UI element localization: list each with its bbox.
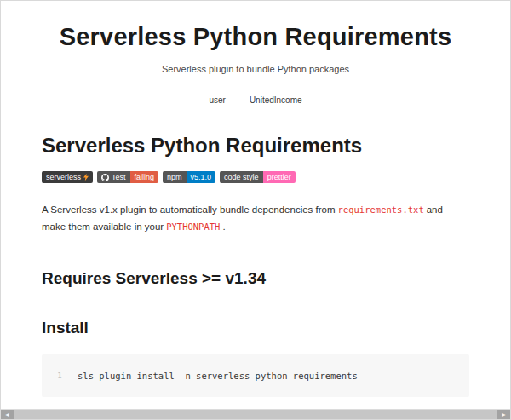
meta-org-link[interactable]: UnitedIncome xyxy=(250,95,302,105)
site-title: Serverless Python Requirements xyxy=(1,23,510,51)
scroll-left-button[interactable]: ◄ xyxy=(1,410,14,419)
serverless-badge-label: serverless xyxy=(46,173,81,181)
test-badge-label: Test xyxy=(112,173,126,181)
install-heading: Install xyxy=(42,319,469,337)
horizontal-scrollbar[interactable]: ◄ ► xyxy=(1,409,510,419)
meta-user-label: user xyxy=(209,95,225,105)
doc-header: Serverless Python Requirements Serverles… xyxy=(1,1,510,105)
scrollbar-thumb[interactable] xyxy=(14,410,497,419)
npm-badge-version: v5.1.0 xyxy=(187,171,216,183)
scroll-right-button[interactable]: ► xyxy=(497,410,510,419)
github-icon xyxy=(101,174,109,181)
inline-code-pythonpath: PYTHONPATH xyxy=(166,222,220,232)
prettier-badge-label: code style xyxy=(220,171,263,183)
test-status-badge[interactable]: Test failing xyxy=(97,171,158,183)
test-badge-status: failing xyxy=(130,171,159,183)
requires-heading: Requires Serverless >= v1.34 xyxy=(42,269,469,288)
prettier-badge[interactable]: code style prettier xyxy=(220,171,296,183)
install-command: sls plugin install -n serverless-python-… xyxy=(78,371,358,381)
npm-badge-label: npm xyxy=(163,171,187,183)
npm-version-badge[interactable]: npm v5.1.0 xyxy=(163,171,215,183)
lightning-icon xyxy=(83,173,89,181)
intro-text-1: A Serverless v1.x plugin to automaticall… xyxy=(42,204,336,215)
inline-code-requirements: requirements.txt xyxy=(338,204,424,215)
site-subtitle: Serverless plugin to bundle Python packa… xyxy=(1,64,510,74)
intro-paragraph: A Serverless v1.x plugin to automaticall… xyxy=(42,202,469,235)
readme-content: Serverless Python Requirements serverles… xyxy=(1,134,510,397)
line-number: 1 xyxy=(42,371,78,380)
page: Serverless Python Requirements Serverles… xyxy=(0,0,511,420)
prettier-badge-value: prettier xyxy=(263,171,296,183)
badge-row: serverless Test failing npm v5.1.0 xyxy=(42,171,469,183)
intro-text-3: . xyxy=(222,222,225,232)
readme-title: Serverless Python Requirements xyxy=(42,134,469,158)
meta-row: user UnitedIncome xyxy=(1,95,510,105)
install-code-block: 1 sls plugin install -n serverless-pytho… xyxy=(42,354,469,397)
serverless-badge[interactable]: serverless xyxy=(42,171,93,183)
